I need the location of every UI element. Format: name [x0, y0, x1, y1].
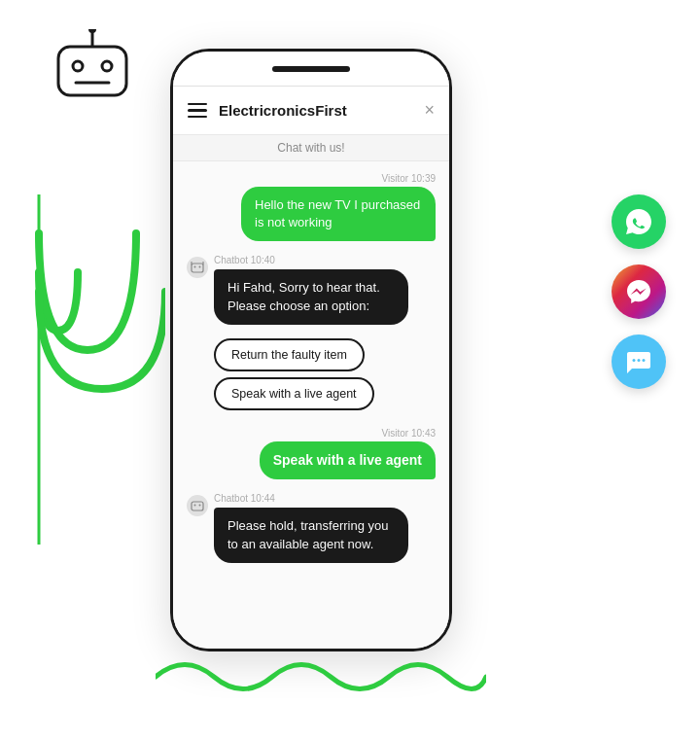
bot-timestamp-2: Chatbot 10:44: [214, 493, 408, 504]
chat-body: Visitor 10:39 Hello the new TV I purchas…: [173, 161, 449, 651]
svg-point-3: [73, 61, 83, 71]
whatsapp-icon[interactable]: [612, 194, 666, 249]
robot-icon: [49, 29, 136, 111]
bot-avatar-1: [187, 257, 208, 278]
svg-point-14: [199, 505, 201, 507]
visitor-bubble-2: Speak with a live agent: [260, 441, 436, 480]
svg-point-15: [633, 359, 636, 362]
decorative-bar-chart: [19, 194, 165, 568]
bot-message-block-2: Chatbot 10:44 Please hold, transferring …: [214, 493, 408, 570]
svg-rect-2: [58, 47, 126, 95]
chat-header: ElectricronicsFirst ×: [173, 87, 449, 135]
bot-timestamp-1: Chatbot 10:40: [214, 255, 408, 265]
svg-rect-12: [192, 502, 203, 510]
option-return-item[interactable]: Return the faulty item: [214, 338, 365, 371]
bot-message-block-1: Chatbot 10:40 Hi Fahd, Sorry to hear tha…: [214, 255, 408, 332]
bot-row-1: Chatbot 10:40 Hi Fahd, Sorry to hear tha…: [187, 255, 436, 332]
svg-rect-7: [192, 264, 203, 272]
bot-avatar-2: [187, 495, 208, 516]
visitor-timestamp-2: Visitor 10:43: [187, 428, 436, 439]
bot-row-2: Chatbot 10:44 Please hold, transferring …: [187, 493, 436, 570]
svg-point-1: [88, 29, 96, 33]
messenger-icon[interactable]: [612, 264, 666, 319]
svg-point-8: [194, 266, 196, 268]
phone-notch: [272, 66, 350, 72]
chat-header-title: ElectricronicsFirst: [219, 102, 412, 119]
phone-mockup: ElectricronicsFirst × Chat with us! Visi…: [170, 49, 452, 651]
phone-status-bar: [173, 52, 449, 87]
svg-point-9: [199, 266, 201, 268]
bot-bubble-2: Please hold, transferring you to an avai…: [214, 508, 408, 562]
options-container: Return the faulty item Speak with a live…: [187, 338, 436, 416]
bot-bubble-1: Hi Fahd, Sorry to hear that. Please choo…: [214, 269, 408, 324]
chat-with-us-bar: Chat with us!: [173, 135, 449, 161]
chat-bubble-icon[interactable]: [612, 334, 666, 389]
bottom-wave-decoration: [156, 648, 428, 710]
svg-point-17: [643, 359, 646, 362]
social-icons-container: [612, 194, 666, 389]
visitor-timestamp-1: Visitor 10:39: [187, 173, 436, 184]
option-live-agent[interactable]: Speak with a live agent: [214, 377, 374, 410]
close-icon[interactable]: ×: [424, 100, 435, 121]
svg-point-16: [638, 359, 641, 362]
svg-point-4: [102, 61, 112, 71]
hamburger-icon[interactable]: [188, 103, 207, 119]
svg-point-13: [194, 505, 196, 507]
visitor-bubble-1: Hello the new TV I purchased is not work…: [241, 187, 436, 241]
